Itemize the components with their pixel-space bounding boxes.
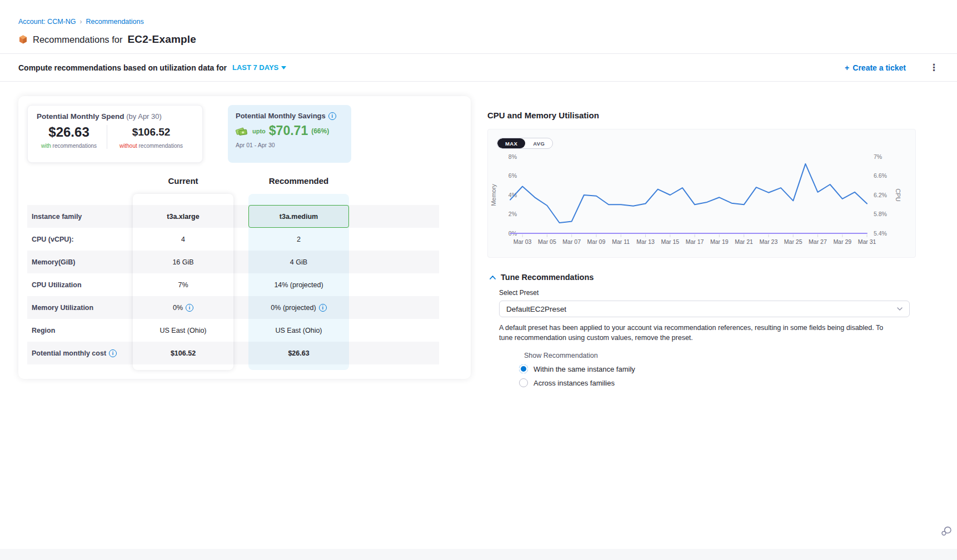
page-title-prefix: Recommendations for bbox=[33, 34, 122, 45]
x-axis-tick-label: Mar 07 bbox=[562, 238, 581, 245]
radio-unselected-icon[interactable] bbox=[519, 378, 528, 387]
column-header-recommended: Recommended bbox=[248, 176, 349, 186]
table-row: CPU (vCPU):42 bbox=[27, 228, 439, 251]
comparison-table-header: Current Recommended bbox=[27, 169, 462, 194]
cpu-axis-tick: 5.8% bbox=[874, 211, 887, 217]
x-axis-tick-label: Mar 21 bbox=[735, 238, 753, 245]
x-axis-tick-label: Mar 25 bbox=[784, 238, 803, 245]
create-ticket-button[interactable]: + Create a ticket bbox=[845, 63, 906, 72]
toggle-avg[interactable]: AVG bbox=[525, 138, 552, 148]
recommended-value: 0% (projected)i bbox=[248, 304, 349, 312]
tune-recommendations-title: Tune Recommendations bbox=[501, 273, 594, 282]
recommended-value: 14% (projected) bbox=[248, 281, 349, 289]
cpu-axis-tick: 6.6% bbox=[874, 172, 887, 179]
plus-icon: + bbox=[845, 63, 849, 72]
memory-axis-tick: 8% bbox=[509, 153, 517, 160]
cpu-axis-tick: 7% bbox=[874, 153, 882, 160]
x-axis-tick-label: Mar 15 bbox=[661, 238, 679, 245]
table-row: RegionUS East (Ohio)US East (Ohio) bbox=[27, 319, 439, 342]
row-label: Memory Utilization bbox=[27, 304, 133, 312]
breadcrumb-recommendations-link[interactable]: Recommendations bbox=[86, 18, 144, 26]
preset-note: A default preset has been applied to you… bbox=[499, 323, 888, 343]
recommended-value: 4 GiB bbox=[248, 258, 349, 266]
period-dropdown[interactable]: LAST 7 DAYS bbox=[232, 63, 286, 72]
cpu-axis-tick: 6.2% bbox=[874, 192, 887, 198]
comparison-rows: Instance familyt3a.xlarget3a.mediumCPU (… bbox=[27, 205, 439, 364]
table-row: CPU Utilization7%14% (projected) bbox=[27, 273, 439, 296]
toggle-max[interactable]: MAX bbox=[497, 138, 525, 148]
x-axis-tick-label: Mar 03 bbox=[514, 238, 532, 245]
info-icon[interactable]: i bbox=[328, 112, 336, 120]
radio-within-same-family[interactable]: Within the same instance family bbox=[519, 364, 916, 373]
page: Account: CCM-NG › Recommendations Recomm… bbox=[0, 0, 957, 560]
memory-axis-label: Memory bbox=[490, 184, 497, 206]
tune-recommendations-section: Tune Recommendations Select Preset Defau… bbox=[487, 273, 916, 387]
ec2-cube-icon bbox=[18, 34, 28, 44]
preset-select[interactable]: DefaultEC2Preset bbox=[499, 301, 910, 317]
money-notes-icon bbox=[236, 126, 249, 137]
row-label: Instance family bbox=[27, 213, 133, 221]
x-axis-tick-label: Mar 09 bbox=[587, 238, 606, 245]
chevron-down-icon bbox=[281, 66, 286, 69]
cpu-axis-label: CPU bbox=[895, 188, 901, 201]
breadcrumb-account-link[interactable]: Account: CCM-NG bbox=[18, 18, 76, 26]
recommended-value: US East (Ohio) bbox=[248, 327, 349, 334]
chart-title: CPU and Memory Utilisation bbox=[487, 111, 916, 120]
utilisation-chart-panel: MAX AVG 8%6%4%2%0%7%6.6%6.2%5.8%5.4%Memo… bbox=[487, 129, 916, 258]
table-row: Memory Utilization0%i0% (projected)i bbox=[27, 296, 439, 319]
cpu-axis-tick: 5.4% bbox=[874, 230, 887, 237]
current-value: 0%i bbox=[133, 304, 233, 312]
x-axis-tick-label: Mar 31 bbox=[858, 238, 876, 245]
row-label: Region bbox=[27, 327, 133, 334]
bottom-strip bbox=[0, 549, 957, 560]
x-axis-tick-label: Mar 11 bbox=[612, 238, 630, 245]
x-axis-tick-label: Mar 23 bbox=[760, 238, 778, 245]
current-value: 16 GiB bbox=[133, 258, 233, 266]
info-icon[interactable]: i bbox=[186, 304, 193, 312]
radio-across-families[interactable]: Across instances families bbox=[519, 378, 916, 387]
x-axis-tick-label: Mar 27 bbox=[809, 238, 827, 245]
kebab-menu-icon[interactable]: ⋮ bbox=[929, 63, 939, 72]
current-value: 4 bbox=[133, 236, 233, 243]
memory-axis-tick: 6% bbox=[509, 172, 517, 179]
chevron-right-icon: › bbox=[80, 18, 82, 26]
current-value: t3a.xlarge bbox=[133, 213, 233, 221]
comparison-table: Instance familyt3a.xlarget3a.mediumCPU (… bbox=[27, 194, 462, 370]
recommended-instance-highlight bbox=[248, 205, 349, 228]
row-label: CPU (vCPU): bbox=[27, 236, 133, 243]
savings-card-title: Potential Monthly Savings bbox=[236, 112, 326, 120]
create-ticket-label: Create a ticket bbox=[853, 63, 906, 72]
current-value: $106.52 bbox=[133, 349, 233, 357]
page-title: Recommendations for EC2-Example bbox=[18, 33, 196, 46]
page-title-name: EC2-Example bbox=[127, 33, 196, 46]
spend-card-subtitle: (by Apr 30) bbox=[126, 112, 162, 121]
potential-monthly-spend-card: Potential Monthly Spend (by Apr 30) $26.… bbox=[27, 105, 203, 163]
preset-select-value: DefaultEC2Preset bbox=[506, 305, 566, 313]
breadcrumb: Account: CCM-NG › Recommendations bbox=[18, 18, 144, 26]
divider bbox=[0, 81, 957, 82]
cpu-line-series bbox=[510, 164, 867, 223]
chat-bubble-icon[interactable] bbox=[941, 525, 953, 537]
x-axis-tick-label: Mar 19 bbox=[710, 238, 729, 245]
row-label: CPU Utilization bbox=[27, 281, 133, 289]
x-axis-tick-label: Mar 05 bbox=[538, 238, 556, 245]
chevron-down-icon bbox=[897, 307, 903, 311]
table-row: Potential monthly costi$106.52$26.63 bbox=[27, 342, 439, 364]
x-axis-tick-label: Mar 29 bbox=[833, 238, 851, 245]
savings-value: $70.71 bbox=[269, 123, 308, 138]
column-header-current: Current bbox=[133, 176, 233, 186]
memory-axis-tick: 2% bbox=[509, 211, 517, 217]
radio-selected-icon[interactable] bbox=[519, 364, 528, 373]
utilisation-section: CPU and Memory Utilisation MAX AVG 8%6%4… bbox=[487, 111, 916, 387]
recommended-value: $26.63 bbox=[248, 349, 349, 357]
recommended-value: 2 bbox=[248, 236, 349, 243]
tune-recommendations-header[interactable]: Tune Recommendations bbox=[487, 273, 916, 282]
savings-period: Apr 01 - Apr 30 bbox=[236, 142, 343, 148]
show-recommendation-label: Show Recommendation bbox=[524, 352, 916, 359]
info-icon[interactable]: i bbox=[109, 349, 117, 357]
table-row: Memory(GiB)16 GiB4 GiB bbox=[27, 251, 439, 273]
select-preset-label: Select Preset bbox=[499, 289, 916, 297]
info-icon[interactable]: i bbox=[319, 304, 327, 312]
spend-without-recommendations-value: $106.52 bbox=[132, 125, 171, 139]
row-label: Potential monthly costi bbox=[27, 349, 133, 357]
